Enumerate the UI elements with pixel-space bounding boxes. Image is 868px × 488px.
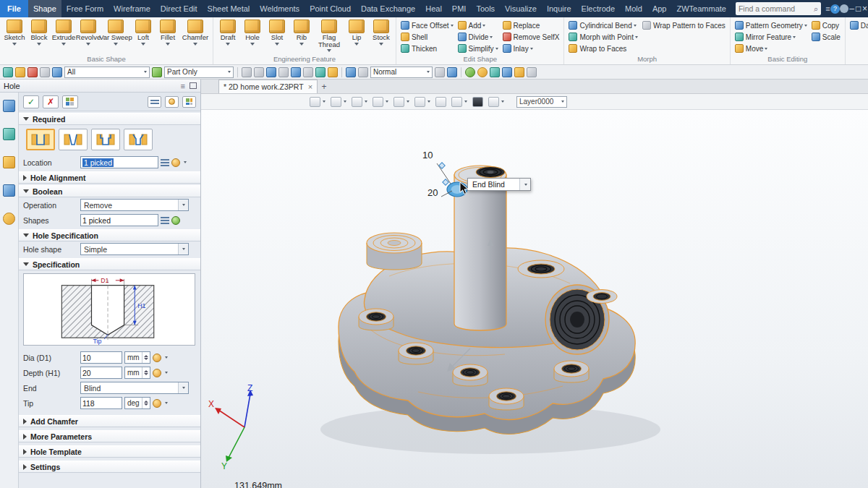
settings-icon[interactable]: ≡	[825, 0, 830, 17]
edge-color-swatch[interactable]	[488, 97, 499, 107]
ribbon-button-simplify[interactable]: Simplify	[456, 43, 501, 54]
ribbon-button-datum-plane[interactable]: Datum Plane	[848, 20, 868, 31]
side-tab-icon[interactable]	[3, 100, 15, 112]
depth-input[interactable]	[80, 367, 122, 379]
ribbon-button-fillet[interactable]: Fillet	[156, 18, 180, 46]
operation-select[interactable]: Remove	[80, 199, 189, 211]
quickbar-icon[interactable]	[266, 67, 276, 77]
panel-dock-icon[interactable]	[190, 82, 197, 89]
menu-file[interactable]: File	[0, 0, 28, 17]
confirm-button[interactable]: ✓	[23, 95, 39, 108]
ribbon-button-wrap-pattern-to-faces[interactable]: Wrap Pattern to Faces	[640, 20, 728, 31]
quickbar-icon[interactable]	[15, 67, 25, 77]
zoom-icon[interactable]	[414, 97, 425, 107]
section-add-chamfer[interactable]: Add Chamfer	[19, 415, 200, 427]
end-condition-dropdown[interactable]: End Blind	[467, 178, 531, 191]
tip-input[interactable]	[80, 397, 122, 409]
ribbon-button-scale[interactable]: Scale	[809, 31, 843, 43]
quickbar-icon[interactable]	[328, 67, 338, 77]
ribbon-button-stock[interactable]: Stock	[369, 18, 393, 46]
ribbon-button-pattern-geometry[interactable]: Pattern Geometry	[733, 20, 809, 31]
side-tab-icon[interactable]	[3, 213, 15, 225]
tab-data-exchange[interactable]: Data Exchange	[356, 0, 420, 17]
tab-visualize[interactable]: Visualize	[500, 0, 542, 17]
chevron-down-icon[interactable]	[184, 161, 187, 163]
selection-filter-all[interactable]: All	[64, 67, 150, 78]
options-button[interactable]	[182, 96, 196, 108]
tab-direct-edit[interactable]: Direct Edit	[156, 0, 203, 17]
tab-zwteammate[interactable]: ZWTeammate	[671, 0, 731, 17]
quickbar-icon[interactable]	[447, 67, 457, 77]
section-required[interactable]: Required	[19, 113, 200, 125]
ribbon-button-rib[interactable]: Rib	[289, 18, 314, 46]
pan-icon[interactable]	[435, 97, 446, 107]
ribbon-button-inlay[interactable]: Inlay	[501, 43, 562, 54]
chevron-down-icon[interactable]	[365, 100, 367, 103]
section-more-parameters[interactable]: More Parameters	[19, 430, 200, 442]
user-icon[interactable]	[840, 0, 848, 17]
chevron-down-icon[interactable]	[165, 402, 168, 404]
pick-mode-button[interactable]	[165, 96, 179, 108]
chevron-down-icon[interactable]	[501, 100, 504, 103]
ribbon-button-face-offset[interactable]: Face Offset	[399, 20, 456, 31]
ribbon-button-move[interactable]: Move	[733, 43, 809, 54]
tab-sheet-metal[interactable]: Sheet Metal	[203, 0, 255, 17]
quickbar-icon[interactable]	[27, 67, 38, 77]
background-color-swatch[interactable]	[472, 97, 483, 107]
ribbon-button-hole[interactable]: Hole	[240, 18, 265, 46]
expression-icon[interactable]	[153, 354, 161, 362]
quickbar-icon[interactable]	[242, 67, 252, 77]
shade-mode-icon[interactable]	[352, 97, 362, 107]
quickbar-icon[interactable]	[254, 67, 264, 77]
section-boolean[interactable]: Boolean	[19, 185, 200, 197]
shapes-input[interactable]	[80, 214, 158, 226]
tab-wireframe[interactable]: Wireframe	[109, 0, 156, 17]
help-icon[interactable]: ?	[830, 0, 840, 17]
layer-select[interactable]: Layer0000	[516, 96, 567, 108]
ribbon-button-remove-selfx[interactable]: Remove SelfX	[501, 31, 562, 43]
ribbon-button-divide[interactable]: Divide	[456, 31, 501, 43]
command-search[interactable]: ⌕	[736, 2, 821, 15]
view-mode-normal[interactable]: Normal	[370, 67, 433, 78]
tab-mold[interactable]: Mold	[620, 0, 647, 17]
hole-type-taper-button[interactable]	[59, 129, 88, 150]
tab-free-form[interactable]: Free Form	[61, 0, 109, 17]
cancel-button[interactable]: ✗	[43, 95, 59, 108]
dia-input[interactable]	[80, 351, 122, 364]
search-input[interactable]	[739, 4, 814, 13]
ribbon-button-block[interactable]: Block	[27, 18, 51, 46]
search-icon[interactable]: ⌕	[814, 4, 818, 14]
quickbar-icon[interactable]	[358, 67, 368, 77]
ribbon-button-shell[interactable]: Shell	[399, 31, 456, 43]
quickbar-icon[interactable]	[490, 67, 500, 77]
side-tab-icon[interactable]	[3, 128, 15, 140]
end-select[interactable]: Blind	[80, 382, 189, 394]
tab-close-icon[interactable]: ×	[308, 82, 312, 91]
hole-type-counterbore-button[interactable]	[91, 129, 120, 150]
section-view-icon[interactable]	[393, 97, 404, 107]
section-specification[interactable]: Specification	[19, 258, 200, 270]
ribbon-button-wrap-to-faces[interactable]: Wrap to Faces	[566, 43, 639, 54]
pick-list-icon[interactable]	[161, 158, 169, 167]
quickbar-icon[interactable]	[3, 67, 13, 77]
view-orient-icon[interactable]	[331, 97, 341, 107]
grid-icon[interactable]	[451, 97, 462, 107]
panel-menu-icon[interactable]: ≡	[181, 82, 185, 90]
tab-shape[interactable]: Shape	[28, 0, 61, 17]
ribbon-button-flag-thread[interactable]: Flag Thread	[314, 18, 344, 52]
side-tab-icon[interactable]	[3, 156, 15, 168]
chevron-down-icon[interactable]	[386, 100, 388, 103]
quickbar-icon[interactable]	[40, 67, 50, 77]
spinner[interactable]	[142, 398, 150, 408]
ribbon-button-replace[interactable]: Replace	[501, 20, 562, 31]
section-hole-template[interactable]: Hole Template	[19, 445, 200, 458]
quickbar-icon[interactable]	[152, 67, 162, 77]
expression-icon[interactable]	[153, 399, 161, 408]
tab-point-cloud[interactable]: Point Cloud	[305, 0, 356, 17]
section-hole-alignment[interactable]: Hole Alignment	[19, 171, 200, 184]
hole-type-simple-button[interactable]	[26, 129, 55, 150]
depth-unit[interactable]: mm	[124, 367, 150, 379]
spinner[interactable]	[142, 367, 150, 378]
ribbon-button-loft[interactable]: Loft	[131, 18, 156, 46]
new-tab-button[interactable]: +	[318, 80, 331, 93]
